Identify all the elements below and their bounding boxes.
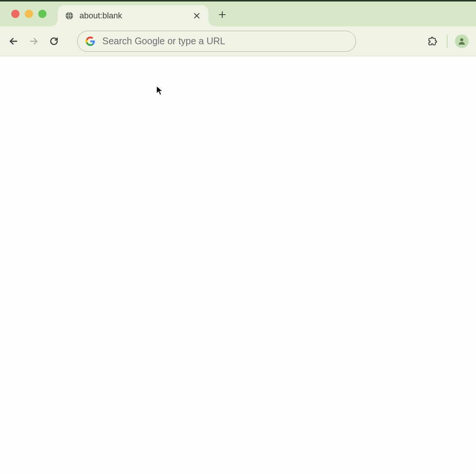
window-maximize-button[interactable] (38, 10, 46, 18)
profile-button[interactable] (454, 34, 469, 49)
extensions-button[interactable] (425, 34, 440, 49)
toolbar-right (425, 34, 469, 49)
svg-point-1 (460, 38, 463, 41)
tab-strip: about:blank (0, 2, 476, 26)
reload-icon (49, 36, 59, 46)
browser-tab[interactable]: about:blank (58, 5, 208, 26)
puzzle-icon (428, 36, 437, 46)
globe-icon (64, 11, 74, 21)
person-icon (457, 37, 466, 46)
tab-title: about:blank (79, 11, 187, 21)
close-icon (194, 13, 200, 19)
google-g-icon (85, 36, 96, 46)
arrow-left-icon (9, 36, 18, 46)
arrow-right-icon (29, 36, 39, 46)
avatar (455, 34, 469, 48)
new-tab-button[interactable] (217, 9, 228, 20)
reload-button[interactable] (46, 33, 62, 50)
toolbar-divider (447, 35, 448, 48)
back-button[interactable] (5, 33, 22, 50)
traffic-lights (11, 10, 46, 18)
window-minimize-button[interactable] (25, 10, 33, 18)
window-close-button[interactable] (11, 10, 19, 18)
address-input[interactable] (102, 36, 348, 46)
page-content (0, 56, 476, 474)
plus-icon (219, 11, 226, 18)
toolbar (0, 26, 476, 56)
mouse-cursor-icon (156, 86, 164, 96)
address-bar[interactable] (77, 31, 356, 52)
forward-button (25, 33, 42, 50)
tab-close-button[interactable] (192, 11, 202, 21)
